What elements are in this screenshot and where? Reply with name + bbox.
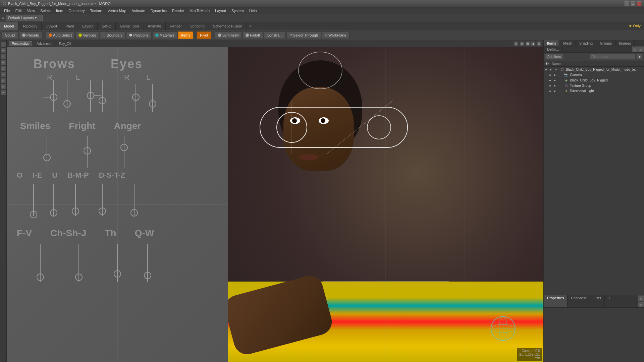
tab-scripting[interactable]: Scripting xyxy=(186,22,209,30)
lists-tab[interactable]: Lists xyxy=(590,295,605,307)
vp-tab-ray-off[interactable]: Ray_Off xyxy=(56,41,74,46)
menu-animate[interactable]: Animate xyxy=(129,8,148,13)
tab-topology[interactable]: Topology xyxy=(18,22,42,30)
auto-select-button[interactable]: Auto Select xyxy=(46,32,75,39)
layout-selector[interactable]: Default Layouts ▾ xyxy=(6,15,43,21)
menu-edit[interactable]: Edit xyxy=(13,8,24,13)
maximize-button[interactable]: □ xyxy=(631,1,635,6)
right-tab-shading[interactable]: Shading xyxy=(576,40,596,46)
bottom-panel-expand[interactable]: ◁ xyxy=(638,295,644,301)
vis-toggle-mesh2[interactable]: ● xyxy=(554,78,558,82)
vis-toggle-root2[interactable]: ● xyxy=(550,68,554,71)
vis-toggle-light[interactable]: ● xyxy=(549,89,554,93)
vp-tab-advanced[interactable]: Advanced xyxy=(34,41,54,46)
left-tool-2[interactable]: ⊕ xyxy=(1,48,6,53)
vis-toggle-camera2[interactable]: ● xyxy=(554,73,558,77)
add-item-button[interactable]: Add Item xyxy=(545,54,563,60)
vis-toggle-root[interactable]: ● xyxy=(545,68,550,71)
tab-render[interactable]: Render xyxy=(166,22,186,30)
tab-game-tools[interactable]: Game Tools xyxy=(116,22,144,30)
vp-icon-1[interactable]: ⊙ xyxy=(514,41,519,46)
left-tool-8[interactable]: ⊗ xyxy=(1,84,6,89)
left-tool-6[interactable]: ≡ xyxy=(1,72,6,77)
right-panel-expand[interactable]: ◁ xyxy=(632,46,638,52)
tab-model[interactable]: Model xyxy=(0,22,18,30)
list-item[interactable]: ● ● ▼ ⬡ Black_Child_Boy_Rigged_for_Modo_… xyxy=(544,67,644,72)
vertices-button[interactable]: Vertices xyxy=(75,32,99,39)
left-tool-1[interactable]: ↕ xyxy=(1,42,6,47)
vis-toggle-mesh[interactable]: ● xyxy=(549,78,554,82)
vp-tab-perspective[interactable]: Perspective xyxy=(9,41,32,46)
menu-file[interactable]: File xyxy=(1,8,13,13)
right-panel-collapse[interactable]: ▷ xyxy=(638,46,644,52)
tab-setup[interactable]: Setup xyxy=(98,22,116,30)
pivot-button[interactable]: Pivot xyxy=(197,32,211,39)
vp-icon-5[interactable]: ⊠ xyxy=(537,41,541,46)
vp-icon-4[interactable]: ▲ xyxy=(531,41,536,46)
viewport-content[interactable]: Brows Eyes R L R L xyxy=(7,47,543,362)
add-tab-button[interactable]: + xyxy=(605,295,614,307)
symmetry-button[interactable]: Symmetry xyxy=(215,32,242,39)
boundary-button[interactable]: ⬡ Boundary xyxy=(100,32,125,39)
expand-root[interactable]: ▼ xyxy=(554,68,558,71)
menu-layout[interactable]: Layout xyxy=(212,8,229,13)
close-button[interactable]: × xyxy=(637,1,641,6)
menu-view[interactable]: View xyxy=(24,8,38,13)
left-tool-3[interactable]: ⊙ xyxy=(1,54,6,59)
tab-add-button[interactable]: + xyxy=(247,22,254,30)
tab-uvedit[interactable]: UVEdit xyxy=(42,22,61,30)
tab-schematic-fusion[interactable]: Schematic Fusion xyxy=(209,22,247,30)
materials-button[interactable]: Materials xyxy=(152,32,178,39)
window-controls: − □ × xyxy=(625,1,641,6)
vis-toggle-light2[interactable]: ● xyxy=(554,89,558,93)
items-button[interactable]: Items xyxy=(178,32,193,39)
list-item[interactable]: ● ● ◈ Black_Child_Boy_Rigged xyxy=(544,77,644,83)
menu-help[interactable]: Help xyxy=(247,8,260,13)
left-tool-5[interactable]: ⊠ xyxy=(1,66,6,71)
left-tool-7[interactable]: ⊡ xyxy=(1,78,6,83)
vis-toggle-texgroup2[interactable]: ● xyxy=(554,84,558,87)
right-tab-items[interactable]: Items xyxy=(544,40,560,46)
list-item[interactable]: ● ● ⬡ Texture Group xyxy=(544,83,644,88)
filter-items-input[interactable] xyxy=(590,54,636,60)
star-only-toggle[interactable]: ★ Only xyxy=(625,22,644,30)
menu-texture[interactable]: Texture xyxy=(88,8,105,13)
polygons-button[interactable]: ⬢ Polygons xyxy=(126,32,151,39)
menu-geometry[interactable]: Geometry xyxy=(66,8,87,13)
sculpt-button[interactable]: Sculpt xyxy=(2,32,18,39)
menu-maxtomodo[interactable]: MaxToModo xyxy=(187,8,212,13)
bottom-panel-collapse[interactable]: ▷ xyxy=(638,301,644,307)
channels-tab[interactable]: Channels xyxy=(568,295,590,307)
menu-select[interactable]: Select xyxy=(38,8,53,13)
list-item[interactable]: ● ● 📷 Camera xyxy=(544,72,644,77)
viewport[interactable]: Perspective Advanced Ray_Off ⊙ ⊕ ⊞ ▲ ⊠ xyxy=(7,40,543,362)
vp-icon-3[interactable]: ⊞ xyxy=(525,41,530,46)
right-tab-images[interactable]: Images xyxy=(615,40,635,46)
menu-render[interactable]: Render xyxy=(169,8,187,13)
vis-toggle-camera[interactable]: ● xyxy=(549,73,554,77)
select-through-button[interactable]: ⊙ Select Through xyxy=(286,32,321,39)
properties-tab[interactable]: Properties xyxy=(544,295,568,307)
presets-button[interactable]: Presets xyxy=(19,32,42,39)
right-tab-mesh[interactable]: Mesh xyxy=(560,40,576,46)
left-tool-9[interactable]: ✦ xyxy=(1,90,6,95)
tab-layout[interactable]: Layout xyxy=(78,22,98,30)
tab-paint[interactable]: Paint xyxy=(61,22,78,30)
filter-options-button[interactable]: ▼ xyxy=(637,54,643,60)
constraints-button[interactable]: Constra... xyxy=(264,32,286,39)
right-tab-groups[interactable]: Groups xyxy=(596,40,615,46)
menu-system[interactable]: System xyxy=(229,8,247,13)
workplane-button[interactable]: ⊞ WorkPlane xyxy=(322,32,350,39)
character-render-area[interactable]: Camera: 0.0 GL: 1.269.021 10 mm xyxy=(228,47,543,362)
minimize-button[interactable]: − xyxy=(625,1,629,6)
tab-animate[interactable]: Animate xyxy=(144,22,166,30)
menu-vertex-map[interactable]: Vertex Map xyxy=(105,8,129,13)
menu-item[interactable]: Item xyxy=(53,8,66,13)
left-tool-4[interactable]: ⊞ xyxy=(1,60,6,65)
falloff-button[interactable]: Falloff xyxy=(243,32,263,39)
list-item[interactable]: ● ● ☀ Directional Light xyxy=(544,88,644,94)
menu-dynamics[interactable]: Dynamics xyxy=(148,8,169,13)
vp-icon-2[interactable]: ⊕ xyxy=(520,41,524,46)
vis-toggle-texgroup[interactable]: ● xyxy=(549,84,554,87)
right-tab-defor[interactable]: Defor... xyxy=(544,46,562,52)
